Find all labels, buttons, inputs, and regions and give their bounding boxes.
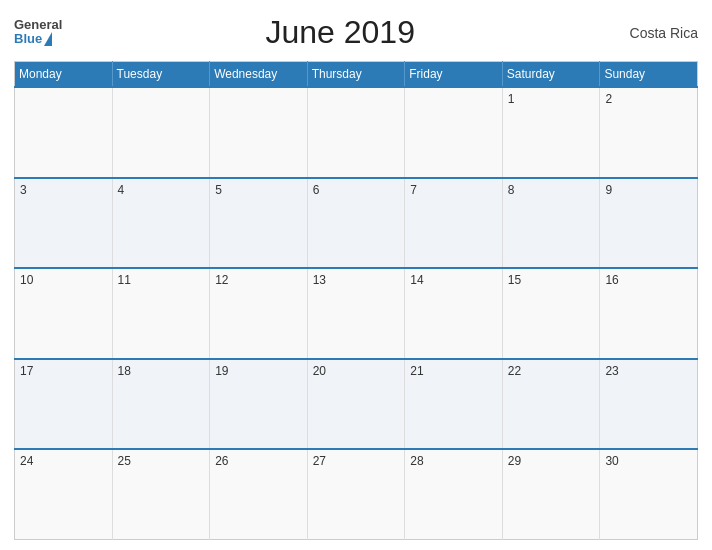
day-number: 22 (508, 364, 521, 378)
day-number: 24 (20, 454, 33, 468)
table-row: 4 (112, 178, 210, 269)
table-row: 20 (307, 359, 405, 450)
table-row: 24 (15, 449, 113, 540)
table-row: 2 (600, 87, 698, 178)
country-label: Costa Rica (618, 25, 698, 41)
day-number: 3 (20, 183, 27, 197)
table-row: 16 (600, 268, 698, 359)
table-row: 9 (600, 178, 698, 269)
day-number: 7 (410, 183, 417, 197)
table-row: 13 (307, 268, 405, 359)
table-row: 3 (15, 178, 113, 269)
table-row (112, 87, 210, 178)
day-number: 19 (215, 364, 228, 378)
calendar-table: Monday Tuesday Wednesday Thursday Friday… (14, 61, 698, 540)
table-row: 29 (502, 449, 600, 540)
col-thursday: Thursday (307, 62, 405, 88)
col-friday: Friday (405, 62, 503, 88)
day-number: 17 (20, 364, 33, 378)
table-row: 26 (210, 449, 308, 540)
calendar-week-row: 10111213141516 (15, 268, 698, 359)
calendar-body: 1234567891011121314151617181920212223242… (15, 87, 698, 540)
col-saturday: Saturday (502, 62, 600, 88)
calendar-title: June 2019 (62, 14, 618, 51)
calendar-header-row: Monday Tuesday Wednesday Thursday Friday… (15, 62, 698, 88)
table-row: 7 (405, 178, 503, 269)
day-number: 27 (313, 454, 326, 468)
day-number: 4 (118, 183, 125, 197)
day-number: 9 (605, 183, 612, 197)
table-row: 28 (405, 449, 503, 540)
table-row: 15 (502, 268, 600, 359)
page-header: General Blue June 2019 Costa Rica (14, 10, 698, 55)
col-tuesday: Tuesday (112, 62, 210, 88)
table-row (405, 87, 503, 178)
day-number: 28 (410, 454, 423, 468)
day-number: 23 (605, 364, 618, 378)
day-number: 25 (118, 454, 131, 468)
day-number: 11 (118, 273, 131, 287)
table-row: 17 (15, 359, 113, 450)
col-wednesday: Wednesday (210, 62, 308, 88)
table-row: 14 (405, 268, 503, 359)
day-number: 5 (215, 183, 222, 197)
table-row (307, 87, 405, 178)
table-row: 22 (502, 359, 600, 450)
col-sunday: Sunday (600, 62, 698, 88)
logo-general-text: General (14, 18, 62, 32)
table-row: 11 (112, 268, 210, 359)
day-number: 16 (605, 273, 618, 287)
table-row: 25 (112, 449, 210, 540)
table-row (210, 87, 308, 178)
day-number: 30 (605, 454, 618, 468)
table-row: 5 (210, 178, 308, 269)
day-number: 8 (508, 183, 515, 197)
table-row: 27 (307, 449, 405, 540)
table-row: 18 (112, 359, 210, 450)
day-number: 26 (215, 454, 228, 468)
table-row: 12 (210, 268, 308, 359)
logo: General Blue (14, 18, 62, 47)
logo-triangle-icon (44, 32, 52, 46)
day-number: 29 (508, 454, 521, 468)
table-row: 6 (307, 178, 405, 269)
table-row: 21 (405, 359, 503, 450)
table-row: 1 (502, 87, 600, 178)
table-row: 8 (502, 178, 600, 269)
day-number: 20 (313, 364, 326, 378)
calendar-week-row: 12 (15, 87, 698, 178)
table-row: 10 (15, 268, 113, 359)
calendar-week-row: 17181920212223 (15, 359, 698, 450)
calendar-page: General Blue June 2019 Costa Rica Monday… (0, 0, 712, 550)
logo-blue-text: Blue (14, 32, 42, 46)
table-row (15, 87, 113, 178)
day-number: 6 (313, 183, 320, 197)
day-number: 15 (508, 273, 521, 287)
day-number: 13 (313, 273, 326, 287)
calendar-week-row: 24252627282930 (15, 449, 698, 540)
day-number: 10 (20, 273, 33, 287)
table-row: 19 (210, 359, 308, 450)
calendar-week-row: 3456789 (15, 178, 698, 269)
day-number: 21 (410, 364, 423, 378)
day-number: 2 (605, 92, 612, 106)
table-row: 23 (600, 359, 698, 450)
day-number: 12 (215, 273, 228, 287)
day-number: 18 (118, 364, 131, 378)
table-row: 30 (600, 449, 698, 540)
day-number: 14 (410, 273, 423, 287)
col-monday: Monday (15, 62, 113, 88)
day-number: 1 (508, 92, 515, 106)
